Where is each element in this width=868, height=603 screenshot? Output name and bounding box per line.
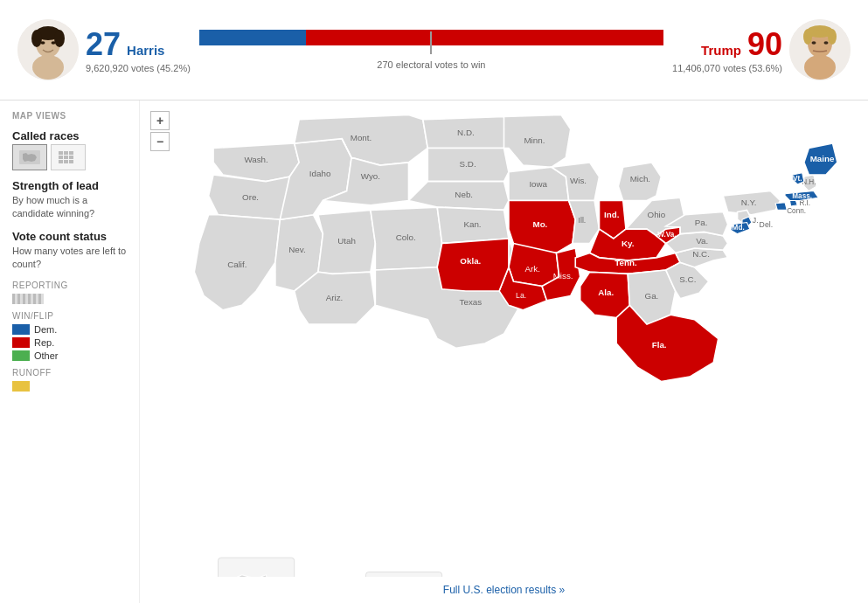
label-mo: Mo.: [532, 219, 547, 229]
trump-count: Trump 90: [672, 26, 782, 63]
label-al: Ala.: [598, 288, 614, 297]
svg-point-6: [41, 41, 45, 45]
label-id: Idaho: [309, 169, 331, 178]
rep-swatch: [12, 337, 30, 348]
runoff-legend: [12, 381, 127, 392]
label-wv: W.Va.: [657, 231, 676, 239]
label-ar: Ark.: [524, 264, 539, 274]
trump-candidate: Trump 90 11,406,070 votes (53.6%): [672, 19, 851, 80]
state-ct: [775, 203, 787, 211]
label-ms: Miss.: [553, 271, 573, 281]
label-ca: Calif.: [227, 260, 247, 269]
label-ct: Conn.: [787, 207, 806, 215]
label-tn: Tenn.: [615, 258, 637, 267]
label-md: Md.: [733, 224, 745, 232]
svg-rect-17: [59, 151, 63, 155]
strength-label: Strength of lead: [12, 179, 127, 192]
zoom-out-button[interactable]: −: [150, 132, 170, 151]
label-or: Ore.: [242, 192, 259, 202]
win-flip-label: WIN/FLIP: [12, 311, 127, 321]
svg-rect-18: [64, 151, 68, 155]
label-va: Va.: [696, 236, 708, 246]
label-mt: Mont.: [351, 133, 372, 142]
label-nc: N.C.: [692, 249, 710, 259]
label-nd: N.D.: [457, 128, 475, 137]
label-de: Del.: [760, 220, 774, 229]
hawaii-inset-border: [365, 572, 441, 577]
label-vt: Vt.: [793, 175, 802, 183]
map-area: + − Wash. Ore. Calif. Nev. Idaho Mont.: [140, 100, 868, 603]
label-ma: Mass.: [792, 192, 812, 200]
label-ia: Iowa: [529, 179, 547, 189]
harris-votes: 9,620,920 votes (45.2%): [86, 63, 191, 73]
footer-link: Full U.S. election results »: [140, 579, 868, 601]
center-marker: [430, 31, 432, 54]
vote-count-desc: How many votes are left to count?: [12, 245, 127, 272]
harris-avatar: [17, 19, 79, 80]
main-content: MAP VIEWS Called races: [0, 100, 868, 603]
map-us-button[interactable]: [12, 144, 47, 170]
bar-label: 270 electoral votes to win: [377, 59, 485, 70]
label-ky: Ky.: [621, 239, 635, 248]
svg-point-10: [804, 55, 836, 80]
other-legend: Other: [12, 350, 127, 361]
label-mi: Mich.: [630, 174, 650, 184]
label-nv: Nev.: [288, 245, 305, 254]
runoff-label: RUNOFF: [12, 368, 127, 378]
zoom-in-button[interactable]: +: [150, 111, 170, 130]
other-label: Other: [34, 350, 59, 361]
label-in: Ind.: [604, 210, 620, 219]
legend-section: REPORTING WIN/FLIP Dem. Rep. Other RUNOF…: [12, 281, 127, 392]
label-il: Ill.: [579, 216, 587, 225]
label-me: Maine: [810, 154, 835, 163]
label-mn: Minn.: [524, 135, 545, 145]
electoral-bar-section: 270 electoral votes to win: [191, 30, 672, 70]
bar-blue: [199, 30, 306, 45]
dem-swatch: [12, 324, 30, 335]
rep-legend: Rep.: [12, 337, 127, 348]
label-tx: Texas: [460, 297, 483, 307]
dem-legend: Dem.: [12, 324, 127, 335]
state-fl: [616, 305, 719, 381]
full-results-link[interactable]: Full U.S. election results »: [443, 584, 565, 596]
svg-rect-25: [69, 160, 73, 163]
strength-desc: By how much is a candidate winning?: [12, 194, 127, 221]
svg-point-14: [812, 41, 816, 45]
label-la: La.: [516, 291, 526, 300]
other-swatch: [12, 350, 30, 361]
svg-rect-23: [59, 160, 63, 163]
harris-candidate: 27 Harris 9,620,920 votes (45.2%): [17, 19, 191, 80]
map-grid-button[interactable]: [51, 144, 86, 170]
reporting-label: REPORTING: [12, 281, 127, 290]
label-ut: Utah: [337, 236, 356, 246]
label-oh: Ohio: [648, 210, 666, 219]
sidebar: MAP VIEWS Called races: [0, 100, 140, 603]
label-wa: Wash.: [244, 155, 267, 164]
called-races-label: Called races: [12, 129, 127, 142]
svg-rect-22: [69, 156, 73, 159]
label-co: Colo.: [396, 232, 416, 242]
label-ok: Okla.: [460, 256, 481, 266]
header: 27 Harris 9,620,920 votes (45.2%) 270 el…: [0, 0, 868, 100]
svg-rect-19: [69, 151, 73, 155]
label-wi: Wis.: [570, 176, 587, 185]
runoff-swatch: [12, 381, 30, 392]
bar-red: [306, 30, 663, 45]
label-sd: S.D.: [460, 159, 476, 169]
svg-point-5: [54, 30, 65, 47]
label-wy: Wyo.: [361, 171, 380, 181]
label-ny: N.Y.: [741, 198, 757, 207]
us-map-svg: Wash. Ore. Calif. Nev. Idaho Mont. Wyo. …: [140, 100, 868, 577]
map-views-label: MAP VIEWS: [12, 111, 127, 121]
map-view-buttons: [12, 144, 127, 170]
map-controls: + −: [150, 111, 170, 151]
label-ks: Kan.: [463, 219, 481, 229]
label-sc: S.C.: [679, 274, 696, 284]
alaska-inset-border: [219, 558, 295, 577]
dem-label: Dem.: [34, 324, 57, 335]
trump-avatar: [789, 19, 851, 80]
trump-info: Trump 90 11,406,070 votes (53.6%): [672, 26, 782, 73]
label-az: Ariz.: [326, 293, 344, 302]
label-ga: Ga.: [645, 291, 659, 301]
label-ne: Neb.: [455, 190, 473, 199]
